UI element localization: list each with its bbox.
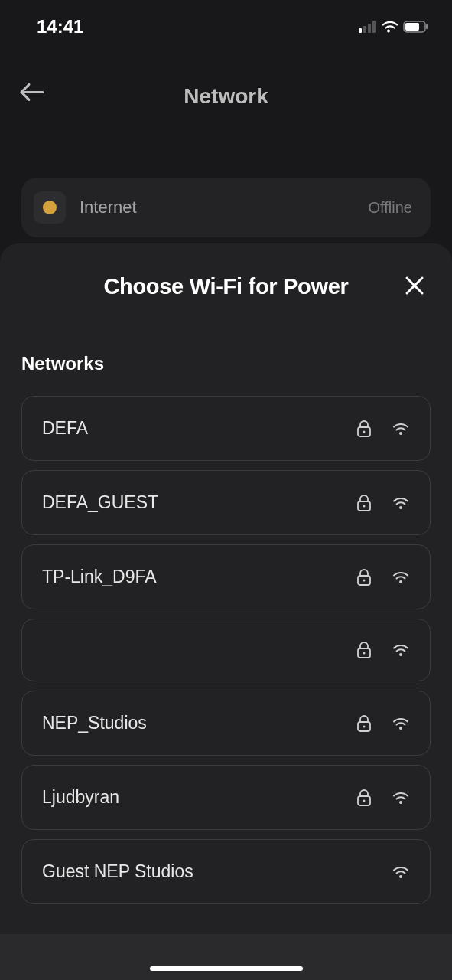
home-indicator (150, 966, 303, 971)
arrow-left-icon (18, 81, 44, 103)
network-name: Ljudbyran (42, 787, 356, 808)
status-time: 14:41 (37, 16, 83, 38)
svg-point-21 (399, 727, 402, 730)
lock-icon (356, 714, 372, 733)
wifi-signal-icon (392, 791, 410, 805)
network-icons (356, 420, 410, 438)
bottom-bar (0, 934, 452, 980)
svg-point-24 (399, 801, 402, 804)
svg-point-8 (363, 430, 366, 433)
page-header: Network (0, 46, 452, 132)
svg-rect-3 (372, 21, 376, 33)
svg-point-11 (363, 505, 366, 507)
internet-status-card[interactable]: Internet Offline (21, 178, 431, 237)
network-icons (356, 641, 410, 659)
svg-rect-2 (368, 24, 371, 33)
lock-icon (356, 789, 372, 807)
network-name: Guest NEP Studios (42, 861, 392, 882)
network-icons (356, 714, 410, 733)
svg-point-9 (399, 432, 402, 435)
wifi-signal-icon (392, 496, 410, 510)
network-item[interactable]: TP-Link_D9FA (21, 544, 431, 609)
back-button[interactable] (18, 81, 44, 106)
svg-point-25 (399, 875, 402, 878)
wifi-signal-icon (392, 717, 410, 730)
lock-icon (356, 420, 372, 438)
network-name: DEFA_GUEST (42, 492, 356, 513)
status-dot-icon (43, 201, 57, 214)
networks-section-label: Networks (21, 353, 431, 374)
network-name: TP-Link_D9FA (42, 567, 356, 587)
svg-point-17 (363, 652, 366, 655)
close-icon (405, 276, 424, 296)
lock-icon (356, 568, 372, 586)
network-item[interactable]: DEFA (21, 396, 431, 461)
page-title: Network (184, 84, 268, 109)
wifi-selection-modal: Choose Wi-Fi for Power Networks DEFADEFA… (0, 243, 452, 980)
svg-rect-0 (359, 28, 362, 33)
network-icons (356, 789, 410, 807)
lock-icon (356, 494, 372, 512)
network-icons (356, 494, 410, 512)
close-button[interactable] (405, 276, 424, 299)
internet-label: Internet (80, 198, 137, 217)
network-item[interactable] (21, 619, 431, 681)
svg-point-14 (363, 579, 366, 581)
network-name: DEFA (42, 418, 356, 439)
svg-rect-1 (363, 26, 366, 33)
svg-rect-5 (405, 23, 419, 31)
svg-point-15 (399, 580, 402, 583)
wifi-signal-icon (392, 865, 410, 879)
wifi-signal-icon (392, 422, 410, 436)
network-item[interactable]: Guest NEP Studios (21, 839, 431, 904)
network-item[interactable]: NEP_Studios (21, 691, 431, 756)
battery-icon (403, 21, 429, 33)
network-item[interactable]: Ljudbyran (21, 765, 431, 830)
wifi-signal-icon (392, 643, 410, 657)
modal-title: Choose Wi-Fi for Power (103, 274, 348, 299)
svg-point-12 (399, 506, 402, 509)
svg-point-18 (399, 653, 402, 656)
svg-point-23 (363, 799, 366, 802)
network-icons (356, 568, 410, 586)
lock-icon (356, 641, 372, 659)
network-name: NEP_Studios (42, 713, 356, 733)
modal-header: Choose Wi-Fi for Power (21, 274, 431, 299)
network-icons (392, 865, 410, 879)
internet-status-text: Offline (369, 199, 412, 217)
status-bar: 14:41 (0, 0, 452, 46)
wifi-icon (382, 21, 398, 33)
network-item[interactable]: DEFA_GUEST (21, 470, 431, 535)
svg-point-20 (363, 725, 366, 727)
wifi-signal-icon (392, 570, 410, 584)
cellular-icon (359, 21, 377, 33)
svg-rect-6 (426, 24, 428, 29)
status-indicators (359, 21, 429, 33)
networks-list: DEFADEFA_GUESTTP-Link_D9FANEP_StudiosLju… (21, 396, 431, 904)
status-dot-wrap (34, 191, 66, 224)
